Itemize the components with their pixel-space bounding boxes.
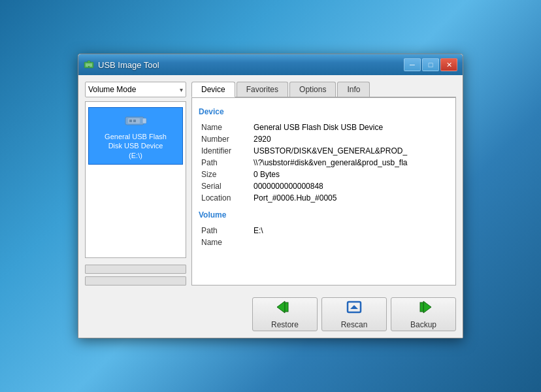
device-list-item[interactable]: General USB FlashDisk USB Device(E:\) [88,107,183,165]
svg-rect-7 [129,120,132,122]
window-title: USB Image Tool [98,60,404,70]
right-panel: Device Favorites Options Info Device [191,82,456,286]
rescan-label: Rescan [341,320,368,329]
table-row: Number 2920 [199,133,449,145]
svg-rect-1 [88,61,90,63]
main-window: USB Image Tool ─ □ ✕ Volume Mode ▾ [78,54,463,338]
tab-info[interactable]: Info [337,82,370,97]
table-row: Serial 0000000000000848 [199,180,449,192]
table-row: Name General USB Flash Disk USB Device [199,122,449,133]
svg-marker-9 [277,301,285,313]
svg-rect-5 [142,118,146,123]
field-value: Port_#0006.Hub_#0005 [251,192,449,204]
section-volume-header: Volume [199,210,449,220]
svg-point-3 [88,66,90,67]
field-label: Number [199,133,251,145]
restore-icon [276,300,294,318]
device-list: General USB FlashDisk USB Device(E:\) [85,101,186,258]
tab-content-device: Device Name General USB Flash Disk USB D… [191,97,456,286]
svg-marker-12 [350,305,358,309]
field-label: Path [199,225,251,237]
volume-info-table: Path E:\ Name [199,225,449,248]
restore-label: Restore [271,320,299,329]
device-name: General USB FlashDisk USB Device(E:\) [91,132,180,160]
backup-label: Backup [410,320,436,329]
mode-dropdown[interactable]: Volume Mode ▾ [85,82,186,97]
backup-icon [414,300,433,318]
rescan-icon [345,300,363,318]
mode-label: Volume Mode [88,85,136,94]
backup-button[interactable]: Backup [391,297,456,331]
field-label: Identifier [199,145,251,157]
field-label: Size [199,169,251,180]
close-button[interactable]: ✕ [440,58,457,71]
field-label: Serial [199,180,251,192]
field-value: 2920 [251,133,449,145]
field-value: 0 Bytes [251,169,449,180]
left-panel: Volume Mode ▾ [85,82,186,286]
field-label: Location [199,192,251,204]
maximize-button[interactable]: □ [422,58,439,71]
main-content: Volume Mode ▾ [78,75,463,292]
svg-rect-8 [133,120,136,122]
scroll-area [85,265,186,286]
table-row: Size 0 Bytes [199,169,449,180]
field-value: USBSTOR/DISK&VEN_GENERAL&PROD_ [251,145,449,157]
table-row: Identifier USBSTOR/DISK&VEN_GENERAL&PROD… [199,145,449,157]
restore-button[interactable]: Restore [252,297,318,331]
tab-device[interactable]: Device [191,82,235,97]
field-label: Name [199,122,251,133]
svg-rect-10 [285,302,288,312]
device-info-table: Name General USB Flash Disk USB Device N… [199,122,449,204]
table-row: Path \\?\usbstor#disk&ven_general&prod_u… [199,157,449,169]
field-value: \\?\usbstor#disk&ven_general&prod_usb_fl… [251,157,449,169]
svg-rect-14 [420,302,423,312]
section-device-header: Device [199,107,449,116]
vertical-scrollbar[interactable] [85,265,186,274]
field-value: General USB Flash Disk USB Device [251,122,449,133]
horizontal-scrollbar[interactable] [85,276,186,286]
field-value: 0000000000000848 [251,180,449,192]
bottom-toolbar: Restore Rescan Backup [78,292,463,338]
svg-marker-13 [423,301,431,313]
app-icon [84,59,94,70]
rescan-button[interactable]: Rescan [321,297,387,331]
table-row: Name [199,237,449,248]
field-value [251,237,449,248]
field-label: Path [199,157,251,169]
tab-bar: Device Favorites Options Info [191,82,456,97]
usb-drive-icon [91,112,180,129]
table-row: Location Port_#0006.Hub_#0005 [199,192,449,204]
tab-favorites[interactable]: Favorites [237,82,288,97]
title-bar: USB Image Tool ─ □ ✕ [78,54,463,75]
minimize-button[interactable]: ─ [404,58,421,71]
window-controls: ─ □ ✕ [404,58,457,71]
table-row: Path E:\ [199,225,449,237]
tab-options[interactable]: Options [289,82,336,97]
field-value: E:\ [251,225,449,237]
chevron-down-icon: ▾ [180,86,183,93]
field-label: Name [199,237,251,248]
